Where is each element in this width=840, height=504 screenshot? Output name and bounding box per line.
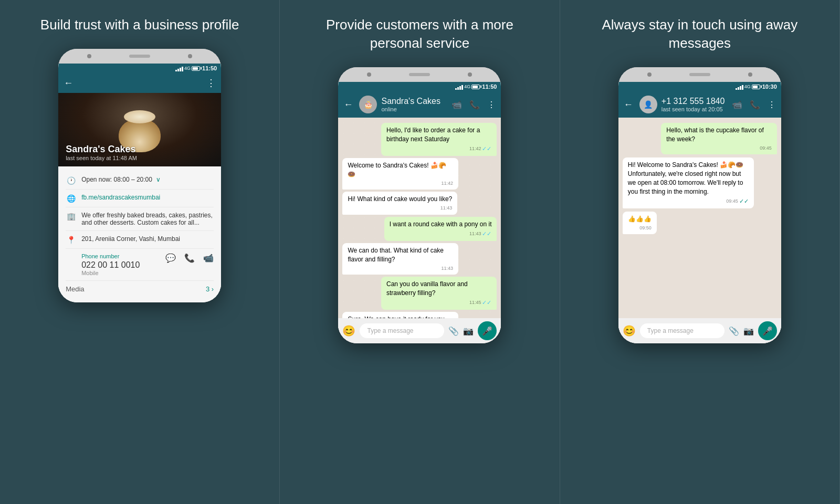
profile-app-header: ← ⋮	[58, 73, 221, 93]
signal-bar	[175, 66, 183, 71]
away-msg-3: 👍👍👍 09:50	[623, 212, 657, 234]
phone-3-status-bar: 4G 10:30	[618, 82, 781, 91]
address-text: 201, Areniia Corner, Vashi, Mumbai	[81, 235, 180, 243]
msg-time-5: 11:43	[348, 265, 453, 272]
emoji-button-2[interactable]: 😊	[342, 324, 355, 337]
panel-away-messages: Always stay in touch using away messages…	[560, 0, 840, 504]
attach-button-3[interactable]: 📎	[729, 326, 739, 336]
input-placeholder-3: Type a message	[647, 327, 694, 334]
signal-icons-3: 4G	[736, 84, 760, 90]
phone-2-camera	[468, 72, 472, 77]
message-action-icon[interactable]: 💬	[165, 253, 176, 263]
msg-time-4: 11:43 ✓✓	[390, 230, 492, 238]
phone-3-top-bar	[618, 67, 781, 82]
chat-input-bar-3: 😊 Type a message 📎 📷 🎤	[618, 318, 781, 343]
msg-6: Can you do vanilla flavor and strawberry…	[381, 277, 497, 310]
phone-3-camera	[748, 72, 752, 77]
back-button-3[interactable]: ←	[624, 99, 633, 110]
camera-button-2[interactable]: 📷	[463, 326, 474, 336]
read-check-1: ✓✓	[482, 145, 491, 153]
emoji-button-3[interactable]: 😊	[623, 324, 636, 337]
battery-fill-3	[753, 86, 758, 88]
phone-1-camera	[188, 54, 192, 58]
profile-cover: Sandra's Cakes last seen today at 11:48 …	[58, 93, 221, 166]
mic-button-2[interactable]: 🎤	[478, 321, 497, 340]
address-content: 201, Areniia Corner, Vashi, Mumbai	[81, 235, 214, 243]
status-time-2: 11:50	[482, 83, 497, 90]
message-input-2[interactable]: Type a message	[360, 323, 444, 338]
back-button-1[interactable]: ←	[64, 78, 73, 89]
phone-1-status-bar: 4G 11:50	[58, 64, 221, 73]
more-icon-3[interactable]: ⋮	[768, 100, 776, 110]
profile-name-area: Sandra's Cakes last seen today at 11:48 …	[66, 144, 137, 161]
camera-button-3[interactable]: 📷	[743, 326, 754, 336]
chat-header-text-3: +1 312 555 1840 last seen today at 20:05	[662, 97, 728, 112]
chat-header-2: ← 🎂 Sandra's Cakes online 📹 📞 ⋮	[338, 91, 501, 118]
msg-text-2: Welcome to Sandra's Cakes! 🍰🥐🍩	[348, 162, 446, 178]
network-icon-2: 4G	[464, 84, 470, 89]
battery-icon-2	[471, 85, 480, 89]
battery-fill-2	[472, 86, 478, 88]
msg-3: Hi! What kind of cake would you like? 11…	[342, 192, 457, 214]
phone-3: 4G 10:30 ← 👤 +1 312 555 1840 last seen t…	[618, 67, 781, 343]
video-action-icon[interactable]: 📹	[203, 253, 214, 263]
phone-number: 022 00 11 0010	[81, 260, 160, 270]
video-call-icon-2[interactable]: 📹	[452, 100, 462, 110]
phone-2-screen: 4G 11:50 ← 🎂 Sandra's Cakes online 📹 📞	[338, 82, 501, 343]
globe-icon: 🌐	[66, 194, 76, 203]
location-icon: 📍	[66, 236, 76, 244]
signal-icons-2: 4G	[455, 84, 480, 90]
back-button-2[interactable]: ←	[343, 99, 353, 110]
msg-text-7: Sure. We can have it ready for you next …	[348, 316, 451, 318]
info-icon: 🏢	[66, 212, 76, 220]
more-menu-1[interactable]: ⋮	[206, 77, 216, 89]
phone-2-status-bar: 4G 11:50	[338, 82, 501, 91]
chat-header-icons-3: 📹 📞 ⋮	[732, 100, 776, 110]
input-placeholder-2: Type a message	[367, 327, 413, 334]
mic-button-3[interactable]: 🎤	[758, 321, 777, 340]
read-check-away-2: ✓✓	[739, 197, 749, 205]
attach-button-2[interactable]: 📎	[448, 326, 459, 336]
message-input-3[interactable]: Type a message	[640, 323, 724, 338]
media-count: 3 ›	[206, 285, 214, 293]
phone-1-screen: 4G 11:50 ← ⋮ Sandra's Cakes	[58, 64, 221, 302]
chat-messages-2: Hello, I'd like to order a cake for a bi…	[338, 118, 501, 318]
msg-1: Hello, I'd like to order a cake for a bi…	[381, 123, 497, 156]
phone-row: Phone number 022 00 11 0010 Mobile 💬 📞 📹	[66, 249, 214, 281]
call-action-icon[interactable]: 📞	[184, 253, 195, 263]
chat-header-text-2: Sandra's Cakes online	[381, 97, 447, 112]
signal-icons: 4G	[175, 66, 200, 71]
panel1-title: Build trust with a business profile	[40, 16, 239, 34]
video-call-icon-3[interactable]: 📹	[732, 100, 742, 110]
away-msg-time-3: 09:50	[628, 225, 652, 232]
chat-contact-name-3: +1 312 555 1840	[662, 97, 728, 106]
chat-input-bar-2: 😊 Type a message 📎 📷 🎤	[338, 318, 501, 343]
msg-text-6: Can you do vanilla flavor and strawberry…	[386, 280, 468, 297]
profile-last-seen: last seen today at 11:48 AM	[66, 155, 137, 161]
network-icon: 4G	[184, 66, 191, 71]
read-check-4: ✓✓	[482, 230, 491, 238]
phone-call-icon-2[interactable]: 📞	[469, 100, 480, 110]
phone-actions: 💬 📞 📹	[165, 253, 214, 263]
clock-icon: 🕐	[66, 176, 76, 185]
business-name: Sandra's Cakes	[66, 144, 137, 155]
msg-2: Welcome to Sandra's Cakes! 🍰🥐🍩 11:42	[342, 158, 458, 190]
website-content: fb.me/sandrascakesmumbai	[81, 194, 214, 201]
website-link[interactable]: fb.me/sandrascakesmumbai	[81, 194, 160, 201]
msg-text-5: We can do that. What kind of cake flavor…	[348, 247, 444, 263]
hours-content: Open now: 08:00 – 20:00 ∨	[81, 176, 214, 183]
phone-call-icon-3[interactable]: 📞	[750, 100, 760, 110]
away-msg-text-1: Hello, what is the cupcake flavor of the…	[666, 127, 763, 143]
status-time-3: 10:30	[762, 83, 777, 90]
hours-text: Open now: 08:00 – 20:00	[81, 176, 152, 183]
chat-header-3: ← 👤 +1 312 555 1840 last seen today at 2…	[618, 91, 781, 118]
profile-body: 🕐 Open now: 08:00 – 20:00 ∨ 🌐 fb.me/sand…	[58, 166, 221, 302]
media-row[interactable]: Media 3 ›	[66, 281, 214, 297]
battery-icon-3	[752, 85, 760, 89]
phone-1: 4G 11:50 ← ⋮ Sandra's Cakes	[58, 49, 221, 302]
phone-content: Phone number 022 00 11 0010 Mobile	[81, 253, 160, 276]
phone-1-top-bar	[58, 49, 221, 64]
hours-expand[interactable]: ∨	[156, 176, 161, 183]
more-icon-2[interactable]: ⋮	[487, 100, 496, 110]
avatar-3: 👤	[639, 96, 657, 113]
